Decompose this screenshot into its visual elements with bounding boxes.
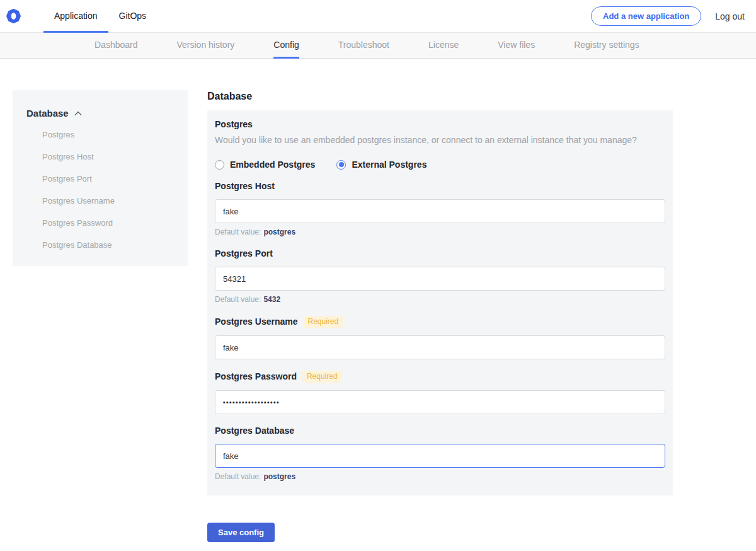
field-label: Postgres Database xyxy=(215,426,665,436)
postgres-database-input[interactable] xyxy=(215,444,665,468)
field-label: Postgres Password Required xyxy=(215,371,665,383)
sidebar-item-postgres[interactable]: Postgres xyxy=(26,129,178,141)
default-value: postgres xyxy=(263,228,295,236)
field-label-text: Postgres Password xyxy=(215,371,297,382)
default-value-line: Default value:postgres xyxy=(215,228,665,237)
default-value: postgres xyxy=(263,472,295,481)
section-title: Database xyxy=(207,90,673,102)
tab-application[interactable]: Application xyxy=(43,0,108,33)
sidebar-item-postgres-database[interactable]: Postgres Database xyxy=(26,240,178,251)
subnav-item-troubleshoot[interactable]: Troubleshoot xyxy=(338,33,389,59)
required-badge: Required xyxy=(302,371,342,383)
subnav-item-version-history[interactable]: Version history xyxy=(177,33,235,59)
radio-label: Embedded Postgres xyxy=(230,160,315,170)
default-value-line: Default value:postgres xyxy=(215,472,665,482)
subnav-item-config[interactable]: Config xyxy=(273,33,299,59)
radio-circle-icon xyxy=(336,160,346,170)
tab-gitops[interactable]: GitOps xyxy=(108,0,158,33)
radio-embedded-postgres[interactable]: Embedded Postgres xyxy=(215,160,315,170)
save-config-button[interactable]: Save config xyxy=(207,523,275,542)
field-group-postgres-username: Postgres Username Required xyxy=(215,316,665,359)
config-panel: Postgres Would you like to use an embedd… xyxy=(207,110,673,496)
default-value: 5432 xyxy=(263,295,280,304)
postgres-port-input[interactable] xyxy=(215,267,665,291)
postgres-radio-group: Embedded Postgres External Postgres xyxy=(215,160,665,170)
sidebar-item-postgres-password[interactable]: Postgres Password xyxy=(26,218,178,229)
field-group-postgres-host: Postgres Host Default value:postgres xyxy=(215,181,665,237)
postgres-password-input[interactable] xyxy=(215,390,665,414)
add-new-application-button[interactable]: Add a new application xyxy=(591,6,701,26)
field-label: Postgres Username Required xyxy=(215,316,665,328)
sidebar-item-postgres-port[interactable]: Postgres Port xyxy=(26,173,178,185)
app-logo-icon xyxy=(6,9,21,23)
postgres-help-text: Would you like to use an embedded postgr… xyxy=(215,135,665,146)
subnav-item-dashboard[interactable]: Dashboard xyxy=(94,33,138,59)
field-label-text: Postgres Username xyxy=(215,316,298,327)
radio-circle-icon xyxy=(215,160,224,170)
default-value-line: Default value:5432 xyxy=(215,295,665,304)
config-main: Database Postgres Would you like to use … xyxy=(207,90,673,542)
postgres-group-label: Postgres xyxy=(215,119,665,130)
subnav-item-view-files[interactable]: View files xyxy=(498,33,535,59)
app-subnav: Dashboard Version history Config Trouble… xyxy=(0,32,756,59)
subnav-item-license[interactable]: License xyxy=(428,33,459,59)
sidebar-item-postgres-host[interactable]: Postgres Host xyxy=(26,151,178,163)
sidebar-group-label: Database xyxy=(26,108,69,119)
subnav-item-registry-settings[interactable]: Registry settings xyxy=(574,33,639,59)
postgres-host-input[interactable] xyxy=(215,199,665,223)
field-label: Postgres Host xyxy=(215,181,665,192)
app-logo[interactable] xyxy=(6,0,21,32)
radio-label: External Postgres xyxy=(352,160,427,170)
logout-button[interactable]: Log out xyxy=(715,11,745,21)
required-badge: Required xyxy=(304,316,343,328)
sidebar-item-postgres-username[interactable]: Postgres Username xyxy=(26,195,178,207)
sidebar-group-database[interactable]: Database xyxy=(26,108,178,119)
field-group-postgres-port: Postgres Port Default value:5432 xyxy=(215,248,665,304)
postgres-username-input[interactable] xyxy=(215,335,665,359)
chevron-up-icon xyxy=(74,111,82,116)
default-prefix: Default value: xyxy=(215,295,261,304)
field-label: Postgres Port xyxy=(215,248,665,259)
config-sidebar: Database Postgres Postgres Host Postgres… xyxy=(13,90,188,266)
default-prefix: Default value: xyxy=(215,228,261,236)
field-group-postgres-password: Postgres Password Required xyxy=(215,371,665,414)
field-group-postgres-database: Postgres Database Default value:postgres xyxy=(215,426,665,482)
radio-external-postgres[interactable]: External Postgres xyxy=(336,160,427,170)
top-navbar: Application GitOps Add a new application… xyxy=(0,0,756,32)
default-prefix: Default value: xyxy=(215,472,261,481)
